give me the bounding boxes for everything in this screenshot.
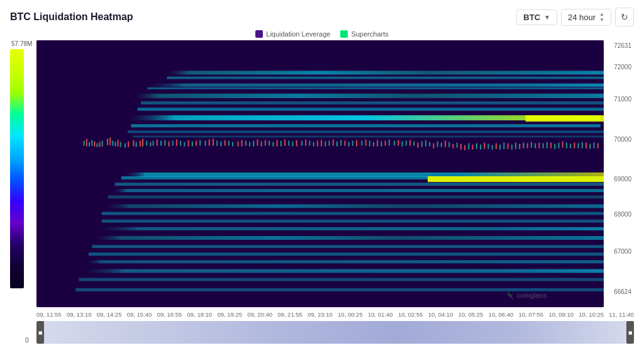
x-label-0: 09, 11:55 bbox=[36, 311, 62, 318]
x-label-4: 09, 16:55 bbox=[157, 311, 182, 318]
color-scale: 57.78M 0 bbox=[10, 40, 36, 344]
x-label-19: 11, 11:40 bbox=[609, 311, 634, 318]
svg-rect-61 bbox=[265, 140, 266, 145]
svg-rect-27 bbox=[133, 140, 134, 146]
svg-rect-92 bbox=[389, 139, 390, 145]
svg-rect-19 bbox=[107, 138, 108, 145]
svg-rect-15 bbox=[94, 142, 95, 147]
svg-rect-18 bbox=[102, 141, 103, 147]
svg-rect-71 bbox=[305, 139, 306, 145]
svg-rect-38 bbox=[172, 141, 174, 146]
refresh-icon: ↻ bbox=[621, 12, 628, 22]
y-label-72631: 72631 bbox=[614, 42, 631, 49]
y-label-68000: 68000 bbox=[614, 210, 631, 217]
svg-rect-102 bbox=[429, 142, 430, 147]
svg-rect-120 bbox=[499, 145, 501, 150]
hour-arrows: ▲ ▼ bbox=[599, 12, 604, 23]
svg-rect-130 bbox=[538, 143, 540, 149]
minimap-handle-right[interactable]: ◼ bbox=[626, 321, 634, 344]
svg-rect-57 bbox=[249, 142, 250, 147]
svg-rect-35 bbox=[160, 141, 162, 146]
svg-rect-118 bbox=[492, 145, 493, 150]
svg-rect-28 bbox=[136, 142, 137, 147]
page-title: BTC Liquidation Heatmap bbox=[10, 11, 133, 23]
svg-rect-42 bbox=[188, 140, 189, 146]
x-label-9: 09, 23:10 bbox=[308, 311, 333, 318]
svg-rect-63 bbox=[272, 142, 274, 147]
svg-rect-44 bbox=[196, 141, 197, 146]
svg-rect-108 bbox=[452, 144, 453, 149]
svg-rect-60 bbox=[261, 142, 262, 147]
minimap[interactable]: ◼ ◼ bbox=[36, 321, 634, 344]
svg-rect-80 bbox=[340, 140, 341, 145]
svg-rect-96 bbox=[406, 141, 407, 146]
svg-rect-59 bbox=[257, 139, 258, 145]
svg-rect-53 bbox=[232, 142, 233, 147]
svg-rect-153 bbox=[102, 212, 604, 215]
svg-rect-147 bbox=[428, 176, 604, 182]
svg-rect-79 bbox=[336, 142, 338, 147]
svg-rect-113 bbox=[472, 145, 474, 150]
svg-rect-56 bbox=[245, 141, 247, 146]
svg-rect-164 bbox=[133, 135, 604, 137]
svg-rect-65 bbox=[280, 141, 282, 147]
svg-rect-163 bbox=[128, 130, 604, 133]
chevron-down-icon: ▼ bbox=[544, 14, 550, 21]
svg-rect-72 bbox=[309, 141, 310, 146]
y-label-69000: 69000 bbox=[614, 176, 631, 183]
svg-rect-97 bbox=[409, 140, 411, 145]
svg-rect-128 bbox=[531, 142, 532, 148]
svg-rect-110 bbox=[460, 144, 462, 150]
svg-rect-74 bbox=[317, 141, 318, 147]
svg-rect-5 bbox=[135, 94, 604, 98]
svg-rect-141 bbox=[582, 142, 583, 149]
x-label-14: 10, 05:25 bbox=[458, 311, 484, 318]
svg-rect-126 bbox=[523, 143, 524, 149]
x-label-7: 09, 20:40 bbox=[247, 311, 272, 318]
x-label-8: 09, 21:55 bbox=[277, 311, 303, 318]
svg-rect-116 bbox=[484, 143, 485, 149]
svg-rect-29 bbox=[140, 141, 141, 147]
x-axis-labels: 09, 11:55 09, 13:10 09, 14:25 09, 15:40 … bbox=[36, 310, 634, 318]
svg-rect-58 bbox=[253, 141, 254, 147]
svg-rect-90 bbox=[380, 142, 382, 147]
legend: Liquidation Leverage Supercharts bbox=[10, 30, 634, 38]
y-label-71000: 71000 bbox=[614, 96, 631, 103]
svg-rect-107 bbox=[448, 142, 450, 147]
svg-rect-14 bbox=[91, 140, 92, 145]
svg-rect-54 bbox=[237, 142, 238, 147]
chevron-down-icon2: ▼ bbox=[599, 18, 604, 23]
svg-rect-4 bbox=[147, 88, 604, 89]
svg-rect-103 bbox=[433, 144, 434, 149]
svg-rect-1 bbox=[167, 71, 604, 74]
handle-right-icon: ◼ bbox=[628, 330, 633, 336]
x-axis: 09, 11:55 09, 13:10 09, 14:25 09, 15:40 … bbox=[36, 307, 634, 320]
svg-rect-23 bbox=[118, 140, 119, 146]
x-label-5: 09, 18:10 bbox=[187, 311, 213, 318]
svg-rect-144 bbox=[593, 143, 594, 149]
svg-rect-159 bbox=[86, 260, 604, 263]
scale-bottom-label: 0 bbox=[25, 337, 29, 344]
svg-rect-152 bbox=[105, 204, 604, 208]
svg-rect-6 bbox=[141, 101, 604, 104]
legend-label-supercharts: Supercharts bbox=[351, 30, 388, 38]
svg-rect-95 bbox=[402, 142, 403, 147]
svg-rect-93 bbox=[394, 141, 395, 146]
svg-rect-24 bbox=[120, 142, 121, 147]
btc-dropdown[interactable]: BTC ▼ bbox=[516, 9, 557, 25]
svg-rect-36 bbox=[164, 140, 165, 145]
chevron-up-icon: ▲ bbox=[599, 12, 604, 17]
svg-rect-31 bbox=[146, 141, 147, 146]
svg-rect-138 bbox=[570, 144, 571, 149]
hour-label: 24 hour bbox=[568, 13, 596, 22]
svg-rect-20 bbox=[109, 137, 111, 145]
refresh-button[interactable]: ↻ bbox=[615, 8, 634, 26]
svg-rect-16 bbox=[96, 144, 97, 147]
svg-rect-69 bbox=[296, 140, 297, 146]
chart-wrapper: 57.78M 0 bbox=[10, 40, 634, 344]
hour-dropdown[interactable]: 24 hour ▲ ▼ bbox=[561, 9, 611, 26]
svg-rect-140 bbox=[578, 144, 579, 149]
minimap-handle-left[interactable]: ◼ bbox=[36, 321, 44, 344]
svg-rect-157 bbox=[92, 245, 604, 248]
svg-rect-123 bbox=[511, 145, 513, 150]
